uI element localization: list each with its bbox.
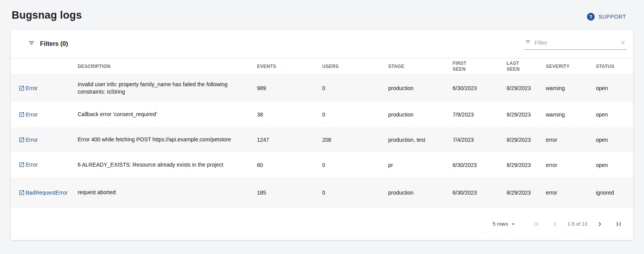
filters-toggle[interactable]: Filters (0)	[28, 40, 68, 48]
column-header-first-seen: FIRST SEEN	[453, 58, 507, 75]
filters-label: Filters (0)	[40, 40, 68, 47]
status-cell: open	[596, 127, 633, 152]
column-header-severity: SEVERITY	[546, 58, 596, 75]
severity-cell: warning	[546, 75, 596, 102]
error-link[interactable]: Error	[19, 137, 38, 143]
events-cell: 60	[257, 152, 322, 177]
description-cell: Error 400 while fetching POST https://ap…	[78, 127, 257, 152]
last-seen-cell: 8/29/2023	[507, 177, 546, 208]
error-link-label: Error	[26, 111, 38, 118]
filters-bar: Filters (0)	[11, 30, 633, 58]
column-header-users: USERS	[322, 58, 388, 75]
first-seen-cell: 7/9/2023	[453, 102, 507, 127]
severity-cell: warning	[546, 102, 596, 127]
column-header-stage: STAGE	[388, 58, 453, 75]
stage-cell: production	[388, 75, 453, 102]
users-cell: 208	[322, 127, 388, 152]
events-cell: 1247	[257, 127, 322, 152]
support-label: SUPPORT	[598, 14, 626, 20]
error-link[interactable]: Error	[19, 85, 38, 91]
status-cell: open	[596, 152, 633, 177]
column-header-events: EVENTS	[257, 58, 322, 75]
status-cell: open	[596, 102, 633, 127]
column-header-link	[11, 58, 78, 75]
first-seen-cell: 6/30/2023	[453, 177, 507, 208]
status-cell: ignored	[596, 177, 633, 208]
logs-table: DESCRIPTION EVENTS USERS STAGE FIRST SEE…	[11, 58, 633, 208]
rows-per-page-select[interactable]: 5 rows	[493, 220, 517, 228]
first-page-icon[interactable]	[531, 218, 542, 230]
page-title: Bugsnag logs	[12, 9, 82, 21]
last-page-icon[interactable]	[613, 218, 624, 230]
column-header-status: STATUS	[596, 58, 633, 75]
last-seen-cell: 8/29/2023	[507, 102, 546, 127]
table-row: Error 6 ALREADY_EXISTS: Resource already…	[11, 152, 633, 177]
description-cell: 6 ALREADY_EXISTS: Resource already exist…	[78, 152, 257, 177]
external-link-icon	[19, 111, 26, 118]
severity-cell: error	[546, 127, 596, 152]
support-link[interactable]: ? SUPPORT	[587, 13, 626, 21]
description-cell: Callback error 'consent_required'	[78, 102, 257, 127]
first-seen-cell: 6/30/2023	[453, 75, 507, 102]
error-link[interactable]: Error	[19, 111, 38, 118]
stage-cell: pr	[388, 152, 453, 177]
table-row: Error Callback error 'consent_required' …	[11, 102, 633, 127]
error-link-label: Error	[26, 85, 38, 91]
events-cell: 185	[257, 177, 322, 208]
filter-input-icon	[525, 39, 531, 47]
events-cell: 38	[257, 102, 322, 127]
events-cell: 989	[257, 75, 322, 102]
last-seen-cell: 8/29/2023	[507, 127, 546, 152]
page-range-label: 1-5 of 13	[568, 221, 587, 227]
table-row: Error Error 400 while fetching POST http…	[11, 127, 633, 152]
rows-per-page-label: 5 rows	[493, 221, 508, 227]
description-cell: Invalid user info: property family_name …	[78, 75, 257, 102]
description-cell: request aborted	[78, 177, 257, 208]
last-seen-cell: 8/29/2023	[507, 75, 546, 102]
table-row: BadRequestError request aborted 185 0 pr…	[11, 177, 633, 208]
users-cell: 0	[322, 177, 388, 208]
column-header-description: DESCRIPTION	[78, 58, 257, 75]
table-row: Error Invalid user info: property family…	[11, 75, 633, 102]
status-cell: open	[596, 75, 633, 102]
users-cell: 0	[322, 75, 388, 102]
first-seen-cell: 6/30/2023	[453, 152, 507, 177]
severity-cell: error	[546, 152, 596, 177]
pagination-bar: 5 rows 1-5 of 13	[11, 208, 633, 240]
table-header-row: DESCRIPTION EVENTS USERS STAGE FIRST SEE…	[11, 58, 633, 75]
stage-cell: production	[388, 102, 453, 127]
stage-cell: production	[388, 177, 453, 208]
top-bar: Bugsnag logs ? SUPPORT	[0, 0, 644, 30]
logs-card: Filters (0) DESCRIPTION EVENTS USERS STA…	[11, 30, 633, 240]
chevron-left-icon[interactable]	[549, 218, 561, 230]
filter-list-icon	[28, 40, 35, 48]
error-link[interactable]: Error	[19, 162, 38, 168]
error-link-label: BadRequestError	[26, 190, 68, 196]
help-icon: ?	[587, 13, 595, 21]
chevron-right-icon[interactable]	[594, 218, 606, 230]
column-header-last-seen: LAST SEEN	[507, 58, 546, 75]
caret-down-icon	[509, 220, 517, 228]
error-link-label: Error	[26, 137, 38, 143]
stage-cell: production, test	[388, 127, 453, 152]
external-link-icon	[19, 190, 26, 196]
users-cell: 0	[322, 102, 388, 127]
last-seen-cell: 8/29/2023	[507, 152, 546, 177]
users-cell: 0	[322, 152, 388, 177]
filter-input[interactable]	[535, 39, 616, 46]
external-link-icon	[19, 85, 26, 91]
error-link-label: Error	[26, 162, 38, 168]
clear-filter-icon[interactable]	[620, 39, 626, 46]
filter-input-container	[524, 38, 627, 50]
external-link-icon	[19, 162, 26, 168]
error-link[interactable]: BadRequestError	[19, 190, 68, 196]
first-seen-cell: 7/4/2023	[453, 127, 507, 152]
external-link-icon	[19, 137, 26, 143]
severity-cell: error	[546, 177, 596, 208]
